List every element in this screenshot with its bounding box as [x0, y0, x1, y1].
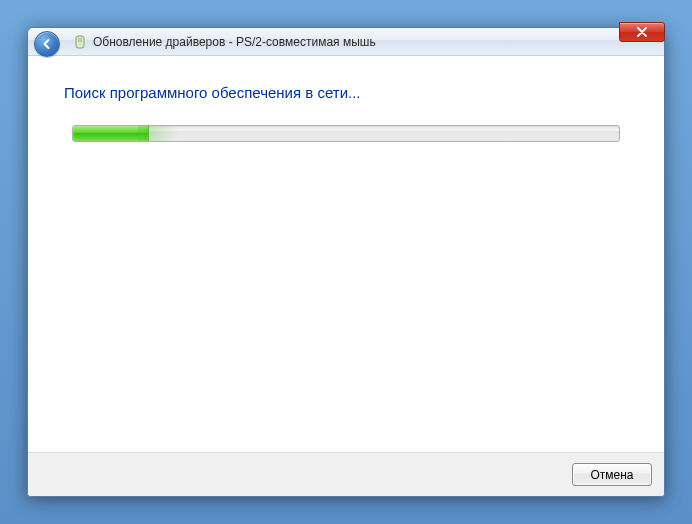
- device-icon: [72, 34, 88, 50]
- svg-rect-0: [76, 36, 84, 48]
- close-button[interactable]: [619, 22, 665, 42]
- window-title: Обновление драйверов - PS/2-совместимая …: [93, 35, 376, 49]
- titlebar: Обновление драйверов - PS/2-совместимая …: [28, 28, 664, 56]
- content-area: Поиск программного обеспечения в сети...: [28, 56, 664, 452]
- back-arrow-icon: [40, 37, 54, 51]
- dialog-window: Обновление драйверов - PS/2-совместимая …: [27, 27, 665, 497]
- close-icon: [636, 27, 648, 37]
- status-heading: Поиск программного обеспечения в сети...: [64, 84, 628, 101]
- progress-fill: [73, 126, 149, 141]
- back-button[interactable]: [34, 31, 60, 57]
- dialog-footer: Отмена: [28, 452, 664, 496]
- cancel-button[interactable]: Отмена: [572, 463, 652, 486]
- progress-bar: [72, 125, 620, 142]
